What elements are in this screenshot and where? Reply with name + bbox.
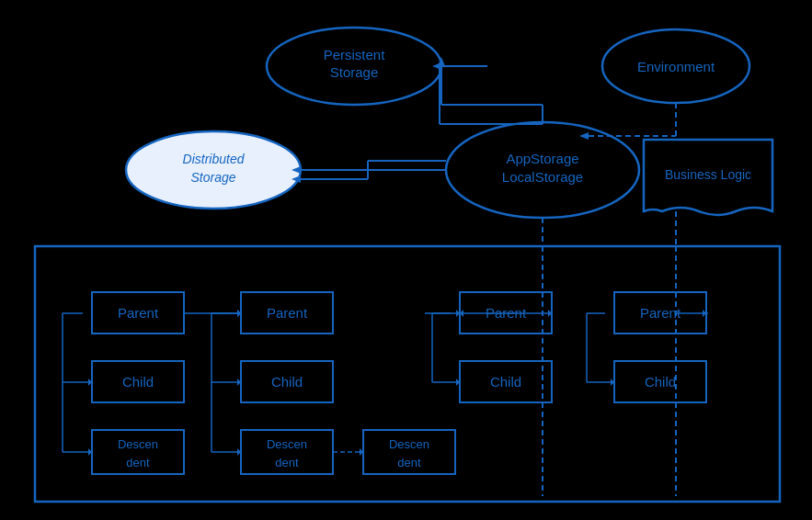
svg-text:Descen: Descen	[118, 437, 158, 451]
svg-text:Parent: Parent	[640, 305, 681, 321]
svg-text:dent: dent	[275, 456, 299, 469]
svg-text:Child: Child	[271, 374, 303, 390]
svg-text:Business Logic: Business Logic	[665, 167, 751, 182]
diagram-container: Persistent Storage Environment AppStorag…	[0, 0, 812, 520]
svg-text:Distributed: Distributed	[183, 152, 246, 166]
svg-text:Descen: Descen	[267, 437, 307, 451]
svg-text:Persistent: Persistent	[324, 47, 386, 62]
svg-text:Parent: Parent	[267, 305, 308, 321]
svg-text:Child: Child	[122, 374, 154, 390]
svg-text:Child: Child	[490, 374, 521, 390]
svg-text:Descen: Descen	[389, 437, 429, 451]
svg-text:Storage: Storage	[190, 170, 235, 185]
svg-text:dent: dent	[126, 456, 150, 469]
svg-text:AppStorage: AppStorage	[506, 151, 578, 166]
svg-text:Child: Child	[645, 374, 676, 390]
svg-text:Environment: Environment	[637, 59, 715, 74]
svg-text:LocalStorage: LocalStorage	[502, 169, 583, 185]
svg-text:dent: dent	[397, 456, 421, 469]
svg-text:Storage: Storage	[330, 64, 379, 80]
svg-text:Parent: Parent	[118, 305, 159, 321]
